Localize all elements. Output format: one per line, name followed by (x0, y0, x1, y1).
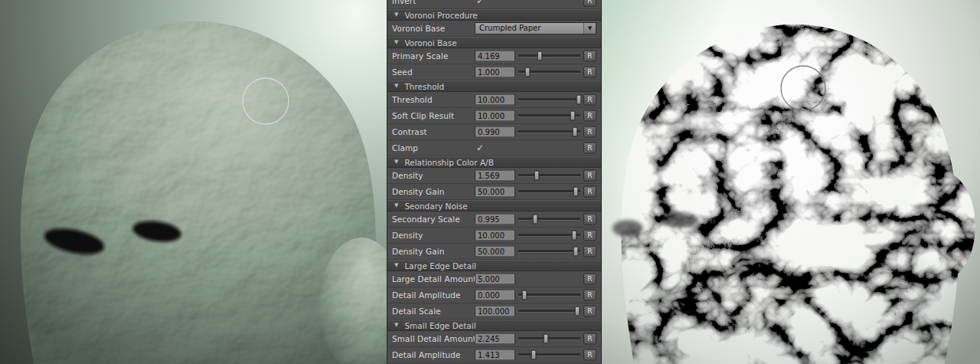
section-title: Voronoi Procedure (404, 11, 477, 20)
detail-amplitude-value-field[interactable]: 0.000 (475, 290, 515, 301)
slider-handle[interactable] (571, 230, 577, 240)
row-density-a: Density 1.569 R (387, 168, 601, 184)
reset-button[interactable]: R (583, 246, 596, 257)
slider-handle[interactable] (574, 306, 580, 316)
reset-button[interactable]: R (583, 230, 596, 241)
collapse-arrow-icon: ▼ (394, 40, 398, 45)
slider-handle[interactable] (576, 94, 581, 104)
param-label: Detail Amplitude (392, 350, 461, 359)
checkbox-checked-icon[interactable]: ✓ (476, 0, 484, 6)
slider-track[interactable] (518, 54, 580, 57)
slider-handle[interactable] (525, 67, 531, 77)
slider-track[interactable] (518, 310, 580, 313)
section-title: Small Edge Detail (404, 321, 475, 330)
reset-button[interactable]: R (583, 290, 596, 301)
param-label: Clamp (392, 143, 418, 152)
row-density-gain-b: Density Gain 50.000 R (387, 244, 601, 260)
section-header-voronoi-procedure[interactable]: ▼ Voronoi Procedure (387, 9, 601, 21)
param-label: Density (392, 171, 423, 180)
slider-handle[interactable] (570, 110, 576, 120)
collapse-arrow-icon: ▼ (394, 159, 398, 165)
section-header-voronoi-base[interactable]: ▼ Voronoi Base (387, 37, 601, 48)
slider-handle[interactable] (522, 290, 528, 300)
right-3d-viewport[interactable] (602, 0, 980, 364)
slider-track[interactable] (518, 250, 580, 253)
large-detail-amount-value-field[interactable]: 5.000 (475, 274, 515, 285)
slider-track[interactable] (518, 293, 580, 297)
primary-scale-value-field[interactable]: 4.169 (475, 51, 515, 62)
row-small-detail-amount: Small Detail Amount 2.245 R (387, 331, 601, 347)
head-mesh (621, 25, 975, 364)
param-label: Detail Scale (392, 307, 441, 316)
reset-button[interactable]: R (583, 51, 596, 62)
slider-track[interactable] (518, 218, 580, 221)
soft-clip-result-value-field[interactable]: 10.000 (475, 110, 515, 122)
reset-button[interactable]: R (583, 110, 596, 122)
section-header-large-edge-detail[interactable]: ▼ Large Edge Detail (387, 260, 601, 271)
left-3d-viewport[interactable] (0, 0, 387, 364)
detail-scale-value-field[interactable]: 100.000 (475, 306, 515, 317)
section-header-threshold[interactable]: ▼ Threshold (387, 80, 601, 92)
slider-handle[interactable] (573, 246, 578, 256)
slider-track[interactable] (518, 234, 580, 237)
reset-button[interactable]: R (583, 274, 596, 285)
row-contrast: Contrast 0.990 R (387, 124, 601, 140)
detail-amplitude-value-field[interactable]: 1.413 (475, 349, 515, 361)
slider-track[interactable] (518, 174, 580, 177)
slider-handle[interactable] (572, 126, 577, 136)
collapse-arrow-icon: ▼ (394, 323, 398, 328)
slider-handle[interactable] (534, 170, 540, 180)
secondary-scale-value-field[interactable]: 0.995 (475, 214, 515, 225)
slider-track[interactable] (518, 353, 580, 356)
slider-track[interactable] (518, 130, 580, 133)
reset-button[interactable]: R (583, 349, 596, 361)
reset-button[interactable]: R (583, 126, 596, 138)
density-value-field[interactable]: 1.569 (475, 170, 515, 182)
param-label: Detail Amplitude (392, 290, 461, 300)
reset-button[interactable]: R (583, 0, 596, 6)
slider-handle[interactable] (544, 333, 549, 343)
slider-handle[interactable] (532, 214, 537, 224)
slider-track[interactable] (518, 114, 580, 117)
section-header-secondary-noise[interactable]: ▼ Seondary Noise (387, 200, 601, 212)
voronoi-base-dropdown[interactable]: Crumpled Paper ▼ (475, 22, 596, 34)
slider-handle[interactable] (573, 186, 578, 196)
reset-button[interactable]: R (583, 67, 596, 78)
param-label: Primary Scale (392, 51, 448, 61)
row-density-gain-a: Density Gain 50.000 R (387, 184, 601, 200)
collapse-arrow-icon: ▼ (394, 203, 398, 208)
reset-button[interactable]: R (583, 94, 596, 106)
threshold-value-field[interactable]: 10.000 (475, 94, 515, 106)
section-header-small-edge-detail[interactable]: ▼ Small Edge Detail (387, 320, 601, 331)
row-soft-clip-result: Soft Clip Result 10.000 R (387, 108, 601, 124)
reset-button[interactable]: R (583, 214, 596, 225)
slider-track[interactable] (518, 71, 580, 74)
density-value-field[interactable]: 10.000 (475, 230, 515, 241)
row-detail-amplitude-large: Detail Amplitude 0.000 R (387, 287, 601, 303)
row-primary-scale: Primary Scale 4.169 R (387, 48, 601, 64)
checkbox-checked-icon[interactable]: ✓ (476, 143, 484, 153)
contrast-value-field[interactable]: 0.990 (475, 126, 515, 138)
dropdown-arrow-icon[interactable]: ▼ (583, 23, 596, 34)
section-header-relationship-color[interactable]: ▼ Relationship Color A/B (387, 156, 601, 168)
reset-button[interactable]: R (583, 170, 596, 182)
param-label: Large Detail Amount (392, 274, 476, 284)
small-detail-amount-value-field[interactable]: 2.245 (475, 333, 515, 345)
seed-value-field[interactable]: 1.000 (475, 67, 515, 78)
density-gain-value-field[interactable]: 50.000 (475, 186, 515, 198)
slider-track[interactable] (518, 337, 580, 340)
param-label: Secondary Scale (392, 215, 460, 224)
reset-button[interactable]: R (583, 306, 596, 317)
slider-handle[interactable] (537, 51, 543, 61)
slider-track[interactable] (518, 190, 580, 193)
reset-button[interactable]: R (583, 186, 596, 198)
density-gain-value-field[interactable]: 50.000 (475, 246, 515, 257)
slider-handle[interactable] (531, 349, 537, 359)
reset-button[interactable]: R (583, 143, 596, 154)
param-label: Contrast (392, 127, 427, 136)
collapse-arrow-icon: ▼ (394, 84, 398, 89)
param-label: Small Detail Amount (392, 334, 476, 343)
slider-track[interactable] (518, 98, 580, 101)
reset-button[interactable]: R (583, 333, 596, 345)
collapse-arrow-icon: ▼ (394, 12, 398, 18)
